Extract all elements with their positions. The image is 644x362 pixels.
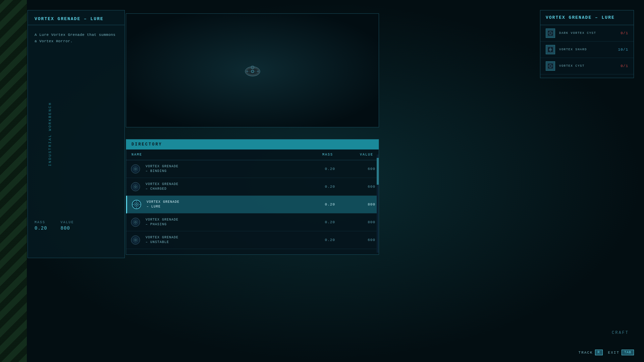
- table-row[interactable]: VORTEX GRENADE– BINDING 0.20 600: [126, 160, 379, 178]
- row-item-name: VORTEX GRENADE– LURE: [147, 200, 295, 209]
- directory-column-headers: NAME MASS VALUE: [126, 149, 379, 160]
- svg-point-6: [257, 71, 259, 72]
- row-mass: 0.20: [295, 220, 335, 224]
- grenade-3d-view: [239, 62, 266, 79]
- row-mass: 0.20: [295, 185, 335, 189]
- craft-label: CRAFT: [612, 330, 629, 335]
- mass-stat: MASS 0.20: [35, 221, 47, 231]
- value-stat: VALUE 800: [61, 221, 74, 231]
- row-item-name: VORTEX GRENADE– CHARGED: [146, 182, 295, 191]
- svg-rect-2: [251, 66, 254, 69]
- ingredient-name: VORTEX CYST: [559, 64, 621, 68]
- row-item-name: VORTEX GRENADE– PHASING: [146, 218, 295, 227]
- row-value: 800: [335, 202, 375, 206]
- row-mass: 0.20: [295, 167, 335, 171]
- table-row[interactable]: VORTEX GRENADE– CHARGED 0.20 600: [126, 178, 379, 196]
- ingredients-panel: VORTEX GRENADE – LURE DARK VORTEX CYST 0…: [540, 10, 634, 78]
- mass-label: MASS: [35, 221, 47, 224]
- exit-key: TAB: [622, 350, 634, 355]
- item-stats: MASS 0.20 VALUE 800: [28, 214, 124, 238]
- row-icon: [129, 181, 142, 193]
- col-header-mass: MASS: [293, 153, 333, 157]
- svg-point-12: [135, 186, 137, 188]
- row-value: 600: [335, 238, 375, 242]
- row-icon: [130, 198, 143, 210]
- bottom-bar: TRACK R EXIT TAB: [579, 350, 634, 355]
- svg-point-25: [135, 239, 137, 241]
- ingredient-row: DARK VORTEX CYST 0/1: [540, 25, 634, 42]
- svg-point-4: [251, 70, 254, 73]
- svg-point-5: [247, 71, 248, 72]
- ingredient-row: VORTEX SHARD 10/1: [540, 42, 634, 58]
- svg-point-28: [550, 33, 551, 34]
- ingredient-icon: [546, 28, 555, 38]
- exit-label: EXIT: [608, 351, 620, 355]
- row-icon: [129, 216, 142, 228]
- row-mass: 0.20: [295, 202, 335, 206]
- ingredient-row: VORTEX CYST 0/1: [540, 58, 634, 74]
- value-label: VALUE: [61, 221, 74, 224]
- row-item-name: VORTEX GRENADE– UNSTABLE: [146, 235, 295, 245]
- workbench-label: INDUSTRIAL WORKBENCH: [48, 102, 52, 166]
- ingredient-name: DARK VORTEX CYST: [559, 32, 621, 35]
- ingredients-title: VORTEX GRENADE – LURE: [540, 10, 634, 25]
- item-preview: [126, 13, 379, 127]
- row-value: 600: [335, 185, 375, 189]
- ingredient-name: VORTEX SHARD: [559, 48, 618, 51]
- mass-value: 0.20: [35, 226, 47, 231]
- value-value: 800: [61, 226, 74, 231]
- ingredient-count: 0/1: [621, 64, 628, 68]
- directory-header: DIRECTORY: [126, 139, 379, 149]
- col-header-value: VALUE: [333, 153, 373, 157]
- row-icon: [129, 163, 142, 175]
- directory-panel: DIRECTORY NAME MASS VALUE VORTEX GRENADE…: [126, 139, 379, 255]
- ingredient-icon: [546, 45, 555, 54]
- scrollbar[interactable]: [377, 155, 379, 253]
- ingredient-count: 10/1: [618, 48, 628, 52]
- row-item-name: VORTEX GRENADE– BINDING: [146, 164, 295, 174]
- row-icon: [129, 234, 142, 246]
- left-panel: INDUSTRIAL WORKBENCH VORTEX GRENADE – LU…: [28, 10, 125, 258]
- item-description: A Lure Vortex Grenade that summons a Vor…: [28, 25, 124, 51]
- exit-button[interactable]: EXIT TAB: [608, 350, 634, 355]
- row-value: 800: [335, 220, 375, 224]
- table-row[interactable]: VORTEX GRENADE– UNSTABLE 0.20 600: [126, 231, 379, 249]
- row-value: 600: [335, 167, 375, 171]
- ingredient-count: 0/1: [621, 31, 628, 35]
- table-row[interactable]: VORTEX GRENADE– PHASING 0.20 800: [126, 214, 379, 231]
- svg-point-9: [135, 168, 137, 170]
- col-header-name: NAME: [131, 153, 293, 157]
- track-label: TRACK: [579, 351, 593, 355]
- track-key: R: [595, 350, 603, 355]
- ingredient-icon: [546, 61, 555, 71]
- svg-point-31: [550, 49, 551, 50]
- item-title: VORTEX GRENADE – LURE: [28, 10, 124, 25]
- track-button[interactable]: TRACK R: [579, 350, 603, 355]
- scrollbar-thumb[interactable]: [377, 158, 379, 185]
- svg-point-22: [135, 221, 137, 223]
- svg-point-34: [550, 65, 551, 67]
- svg-point-15: [136, 203, 138, 205]
- hazard-stripes: [0, 0, 27, 362]
- row-mass: 0.20: [295, 238, 335, 242]
- table-row[interactable]: VORTEX GRENADE– LURE 0.20 800: [126, 196, 379, 214]
